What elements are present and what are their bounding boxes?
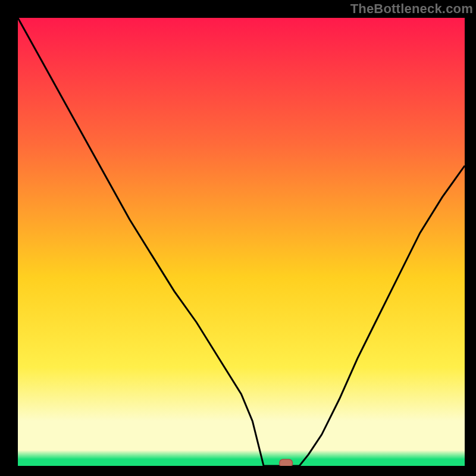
bottleneck-chart	[0, 0, 476, 476]
frame-border	[0, 0, 18, 476]
frame-border	[0, 466, 476, 476]
chart-frame: { "watermark": "TheBottleneck.com", "col…	[0, 0, 476, 476]
gradient-background	[18, 18, 465, 466]
frame-border	[465, 0, 476, 476]
watermark-text: TheBottleneck.com	[350, 1, 473, 17]
